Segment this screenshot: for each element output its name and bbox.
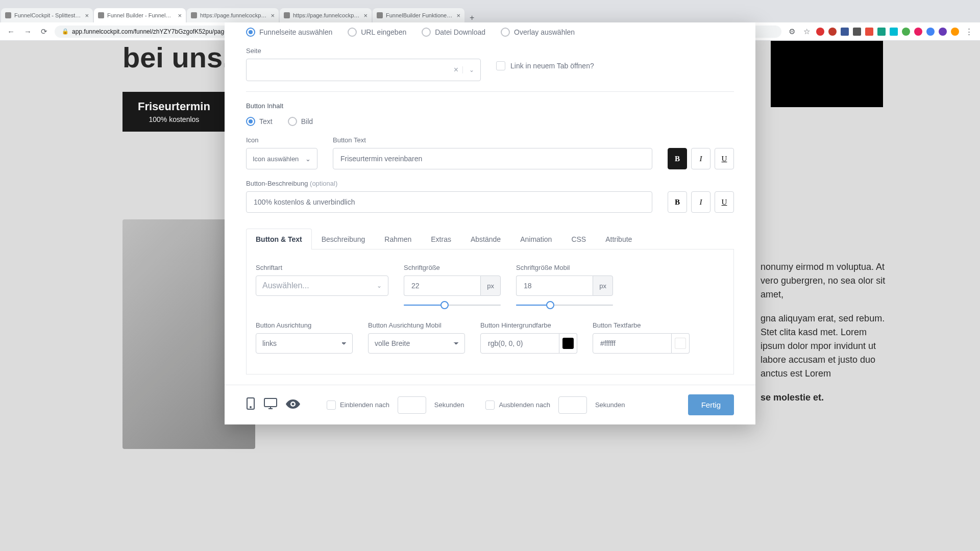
ausrichtung-select[interactable]: links <box>256 333 353 354</box>
tab-animation[interactable]: Animation <box>510 229 561 249</box>
extension-icon[interactable] <box>841 28 849 36</box>
textfarbe-swatch[interactable] <box>672 333 690 354</box>
extension-icon[interactable] <box>877 28 886 36</box>
italic-button[interactable]: I <box>691 148 710 169</box>
tab-attribute[interactable]: Attribute <box>596 229 642 249</box>
back-icon[interactable]: ← <box>5 27 17 36</box>
icon-label: Icon <box>246 136 317 144</box>
close-icon[interactable]: × <box>363 12 368 19</box>
extension-icon[interactable] <box>939 28 947 36</box>
ausblenden-input[interactable] <box>558 396 587 414</box>
button-text-input[interactable] <box>333 148 652 169</box>
einblenden-input[interactable] <box>398 396 426 414</box>
chevron-down-icon: ⌄ <box>371 282 382 289</box>
star-icon[interactable]: ☆ <box>801 27 812 36</box>
browser-tab[interactable]: FunnelBuilder Funktionen & El× <box>373 8 464 22</box>
close-icon[interactable]: × <box>178 12 182 19</box>
underline-button[interactable]: U <box>715 148 734 169</box>
bg-heading: bei uns. <box>122 41 231 74</box>
sekunden-label: Sekunden <box>434 401 464 409</box>
schriftart-select[interactable]: Auswählen... ⌄ <box>256 276 388 296</box>
extension-icon[interactable] <box>926 28 935 36</box>
browser-tab-strip: FunnelCockpit - Splittests, Ma× Funnel B… <box>0 0 980 22</box>
radio-funnelseite[interactable]: Funnelseite auswählen <box>246 28 332 37</box>
extension-icon[interactable] <box>828 28 837 36</box>
svg-point-3 <box>292 403 295 405</box>
close-icon[interactable]: × <box>85 12 89 19</box>
underline-button[interactable]: U <box>715 191 734 213</box>
einblenden-checkbox[interactable]: Einblenden nach <box>327 400 389 410</box>
button-text-label: Button Text <box>333 136 652 144</box>
radio-bild[interactable]: Bild <box>288 117 313 126</box>
tab-rahmen[interactable]: Rahmen <box>375 229 421 249</box>
bold-button[interactable]: B <box>668 191 687 213</box>
browser-tab[interactable]: FunnelCockpit - Splittests, Ma× <box>1 8 93 22</box>
menu-icon[interactable]: ⋮ <box>963 27 975 36</box>
extension-icon[interactable] <box>865 28 873 36</box>
schriftgroesse-mobil-slider[interactable] <box>516 301 613 309</box>
button-settings-modal: Funnelseite auswählen URL eingeben Datei… <box>225 22 755 424</box>
button-desc-input[interactable] <box>246 191 652 213</box>
close-icon[interactable]: × <box>456 12 460 19</box>
schriftgroesse-slider[interactable] <box>404 301 501 309</box>
extension-icon[interactable] <box>853 28 861 36</box>
bg-black-box <box>771 41 883 107</box>
browser-tab[interactable]: https://page.funnelcockpit.co× <box>280 8 372 22</box>
new-tab-button[interactable]: + <box>464 13 479 22</box>
textfarbe-label: Button Textfarbe <box>593 321 690 329</box>
radio-overlay[interactable]: Overlay auswählen <box>501 28 575 37</box>
px-unit: px <box>480 276 501 296</box>
new-tab-checkbox[interactable]: Link in neuem Tab öffnen? <box>496 61 594 70</box>
mobile-icon[interactable] <box>246 397 255 413</box>
italic-button[interactable]: I <box>691 191 710 213</box>
extension-icons: ⚙ ☆ ⋮ <box>787 27 975 36</box>
modal-footer: Einblenden nach Sekunden Ausblenden nach… <box>225 385 755 424</box>
extension-icon[interactable] <box>890 28 898 36</box>
fertig-button[interactable]: Fertig <box>688 394 734 415</box>
bg-text-block: nonumy eirmod m voluptua. At vero guberg… <box>761 260 893 415</box>
tab-beschreibung[interactable]: Beschreibung <box>312 229 375 249</box>
schriftgroesse-label: Schriftgröße <box>404 264 501 271</box>
chevron-down-icon[interactable]: ⌄ <box>462 66 474 73</box>
reload-icon[interactable]: ⟳ <box>39 27 50 36</box>
browser-tab[interactable]: Funnel Builder - FunnelCockpit× <box>94 8 186 22</box>
browser-tab[interactable]: https://page.funnelcockpit.co× <box>187 8 279 22</box>
extension-icon[interactable] <box>951 28 959 36</box>
hintergrund-swatch[interactable] <box>559 333 577 354</box>
extension-icon[interactable] <box>902 28 910 36</box>
radio-url[interactable]: URL eingeben <box>348 28 406 37</box>
settings-tabs: Button & Text Beschreibung Rahmen Extras… <box>246 228 734 249</box>
forward-icon[interactable]: → <box>22 27 34 36</box>
ausrichtung-label: Button Ausrichtung <box>256 321 353 329</box>
ausrichtung-mobil-select[interactable]: volle Breite <box>368 333 465 354</box>
bold-button[interactable]: B <box>668 148 687 169</box>
tab-button-text[interactable]: Button & Text <box>246 229 312 249</box>
tab-extras[interactable]: Extras <box>421 229 461 249</box>
seite-select[interactable]: × ⌄ <box>246 59 481 81</box>
link-type-radios: Funnelseite auswählen URL eingeben Datei… <box>246 22 734 47</box>
desktop-icon[interactable] <box>263 397 278 413</box>
px-unit: px <box>593 276 613 296</box>
icon-select[interactable]: Icon auswählen⌄ <box>246 148 317 169</box>
ausrichtung-mobil-label: Button Ausrichtung Mobil <box>368 321 465 329</box>
ausblenden-checkbox[interactable]: Ausblenden nach <box>485 400 550 410</box>
schriftgroesse-mobil-input[interactable] <box>516 276 593 296</box>
clear-icon[interactable]: × <box>450 65 462 74</box>
close-icon[interactable]: × <box>271 12 275 19</box>
extension-icon[interactable] <box>816 28 824 36</box>
svg-point-1 <box>250 407 251 408</box>
tab-css[interactable]: CSS <box>561 229 596 249</box>
radio-datei[interactable]: Datei Download <box>422 28 485 37</box>
radio-text[interactable]: Text <box>246 117 273 126</box>
hintergrund-input[interactable] <box>480 333 559 354</box>
schriftgroesse-input[interactable] <box>404 276 480 296</box>
tab-abstaende[interactable]: Abstände <box>461 229 510 249</box>
button-inhalt-label: Button Inhalt <box>246 102 734 110</box>
settings-icon[interactable]: ⚙ <box>787 27 797 36</box>
eye-icon[interactable] <box>286 398 300 412</box>
bg-preview-button: Friseurtermin 100% kostenlos <box>122 92 226 132</box>
extension-icon[interactable] <box>914 28 922 36</box>
seite-label: Seite <box>246 47 481 55</box>
tab-content: Schriftart Auswählen... ⌄ Schriftgröße p… <box>246 249 734 374</box>
textfarbe-input[interactable] <box>593 333 672 354</box>
